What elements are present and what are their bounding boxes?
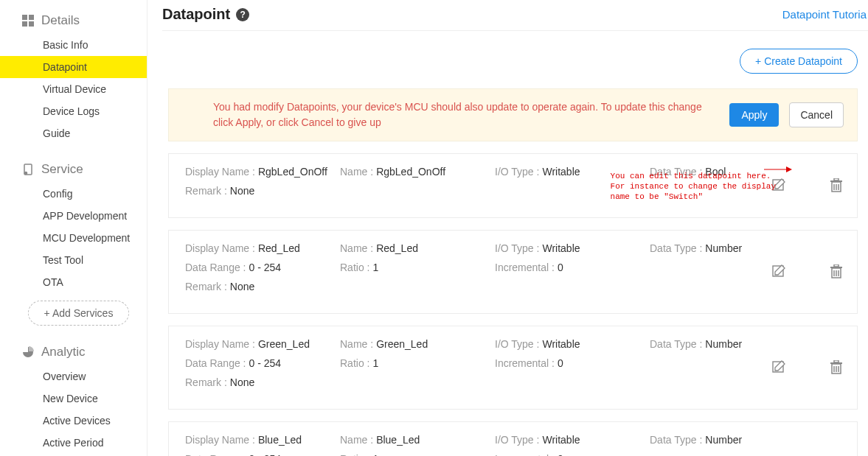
sidebar-item-basic-info[interactable]: Basic Info bbox=[0, 34, 147, 56]
svg-rect-1 bbox=[29, 15, 34, 20]
dp-data-range-label: Data Range : bbox=[185, 262, 246, 273]
dp-ratio-value: 1 bbox=[372, 262, 378, 273]
sidebar-item-app-development[interactable]: APP Development bbox=[0, 205, 147, 227]
service-icon bbox=[22, 164, 34, 175]
sidebar-item-datapoint[interactable]: Datapoint bbox=[0, 56, 147, 78]
sidebar: Details Basic Info Datapoint Virtual Dev… bbox=[0, 0, 147, 456]
dp-data-type: Data Type : Bool bbox=[650, 166, 805, 178]
dp-data-range: Data Range : 0 - 254 bbox=[185, 453, 340, 456]
main-content: Datapoint ? Datapoint Tutoria + Create D… bbox=[147, 0, 868, 456]
analytic-icon bbox=[22, 346, 34, 358]
edit-icon[interactable] bbox=[771, 360, 786, 375]
sidebar-item-virtual-device[interactable]: Virtual Device bbox=[0, 78, 147, 100]
dp-data-range: Data Range : 0 - 254 bbox=[185, 262, 340, 273]
dp-name-label: Name : bbox=[340, 166, 373, 178]
dp-data-type-value: Bool bbox=[705, 166, 726, 178]
help-icon[interactable]: ? bbox=[236, 8, 249, 21]
dp-incremental-label: Incremental : bbox=[495, 357, 555, 369]
dp-name: Name : Red_Led bbox=[340, 242, 495, 254]
svg-point-5 bbox=[24, 172, 28, 175]
dp-data-type-label: Data Type : bbox=[650, 242, 702, 254]
dp-incremental-value: 0 bbox=[558, 357, 563, 369]
modify-alert: You had modify Datapoints, your device's… bbox=[168, 88, 858, 141]
dp-name-label: Name : bbox=[340, 434, 373, 446]
dp-data-type-label: Data Type : bbox=[650, 166, 702, 178]
add-services-button[interactable]: + Add Services bbox=[28, 301, 129, 326]
dp-name: Name : Blue_Led bbox=[340, 434, 495, 446]
page-title-text: Datapoint bbox=[162, 6, 230, 23]
sidebar-item-active-period[interactable]: Active Period bbox=[0, 432, 147, 454]
dp-name-label: Name : bbox=[340, 242, 373, 254]
sidebar-item-new-device[interactable]: New Device bbox=[0, 387, 147, 410]
dp-io-type: I/O Type : Writable bbox=[495, 166, 650, 178]
sidebar-item-active-devices[interactable]: Active Devices bbox=[0, 410, 147, 432]
section-header-service: Service bbox=[0, 156, 147, 183]
dp-data-range-label: Data Range : bbox=[185, 453, 246, 456]
dp-data-range: Data Range : 0 - 254 bbox=[185, 357, 340, 369]
page-title: Datapoint ? bbox=[162, 6, 249, 23]
dp-incremental-value: 0 bbox=[558, 262, 563, 273]
dp-io-type: I/O Type : Writable bbox=[495, 242, 650, 254]
sidebar-item-test-tool[interactable]: Test Tool bbox=[0, 249, 147, 271]
dp-io-type-value: Writable bbox=[542, 242, 580, 254]
dp-data-type-value: Number bbox=[705, 434, 742, 446]
dp-name-value: Blue_Led bbox=[376, 434, 420, 446]
dp-incremental-value: 0 bbox=[558, 453, 563, 456]
dp-display-name-value: RgbLed_OnOff bbox=[258, 166, 327, 178]
dp-remark: Remark : None bbox=[185, 281, 340, 292]
dp-io-type: I/O Type : Writable bbox=[495, 338, 650, 350]
create-datapoint-button[interactable]: + Create Datapoint bbox=[740, 49, 858, 74]
sidebar-item-overview[interactable]: Overview bbox=[0, 365, 147, 387]
dp-name: Name : RgbLed_OnOff bbox=[340, 166, 495, 178]
dp-data-range-value: 0 - 254 bbox=[249, 262, 282, 273]
dp-name-value: RgbLed_OnOff bbox=[376, 166, 445, 178]
dp-data-range-label: Data Range : bbox=[185, 357, 246, 369]
dp-display-name-value: Green_Led bbox=[258, 338, 310, 350]
trash-icon[interactable] bbox=[829, 264, 844, 279]
dp-incremental-label: Incremental : bbox=[495, 453, 555, 456]
dp-display-name-value: Blue_Led bbox=[258, 434, 302, 446]
dp-remark-value: None bbox=[230, 185, 254, 197]
details-items: Basic Info Datapoint Virtual Device Devi… bbox=[0, 34, 147, 144]
dp-name-label: Name : bbox=[340, 338, 373, 350]
dp-data-type-label: Data Type : bbox=[650, 434, 702, 446]
datapoint-actions bbox=[771, 264, 844, 279]
edit-icon[interactable] bbox=[771, 178, 786, 193]
sidebar-item-ota[interactable]: OTA bbox=[0, 271, 147, 293]
edit-icon[interactable] bbox=[771, 264, 786, 279]
svg-rect-3 bbox=[29, 21, 34, 27]
create-row: + Create Datapoint bbox=[162, 31, 868, 88]
dp-remark-value: None bbox=[230, 281, 254, 292]
dp-io-type-value: Writable bbox=[542, 166, 580, 178]
section-header-details: Details bbox=[0, 7, 147, 34]
dp-display-name-label: Display Name : bbox=[185, 166, 255, 178]
details-icon bbox=[22, 15, 34, 27]
dp-data-type-value: Number bbox=[705, 338, 742, 350]
dp-data-type: Data Type : Number bbox=[650, 242, 805, 254]
sidebar-item-mcu-development[interactable]: MCU Development bbox=[0, 227, 147, 249]
sidebar-item-guide[interactable]: Guide bbox=[0, 122, 147, 144]
datapoint-card: Display Name : Blue_LedName : Blue_LedI/… bbox=[168, 421, 858, 456]
section-title-service: Service bbox=[41, 162, 83, 177]
sidebar-item-device-logs[interactable]: Device Logs bbox=[0, 100, 147, 122]
datapoint-card: Display Name : RgbLed_OnOffName : RgbLed… bbox=[168, 153, 858, 218]
tutorial-link[interactable]: Datapoint Tutoria bbox=[782, 8, 867, 21]
dp-display-name: Display Name : Blue_Led bbox=[185, 434, 340, 446]
trash-icon[interactable] bbox=[829, 360, 844, 375]
datapoint-card: Display Name : Green_LedName : Green_Led… bbox=[168, 326, 858, 410]
sidebar-item-config[interactable]: Config bbox=[0, 183, 147, 205]
dp-ratio-label: Ratio : bbox=[340, 357, 369, 369]
trash-icon[interactable] bbox=[829, 178, 844, 193]
dp-ratio: Ratio : 1 bbox=[340, 453, 495, 456]
dp-remark-label: Remark : bbox=[185, 281, 227, 292]
dp-io-type: I/O Type : Writable bbox=[495, 434, 650, 446]
datapoint-list: Display Name : RgbLed_OnOffName : RgbLed… bbox=[168, 153, 858, 456]
dp-data-range-value: 0 - 254 bbox=[249, 453, 282, 456]
cancel-button[interactable]: Cancel bbox=[789, 102, 844, 127]
section-title-details: Details bbox=[41, 13, 80, 28]
svg-rect-28 bbox=[834, 360, 839, 362]
section-title-analytic: Analytic bbox=[41, 345, 86, 359]
dp-display-name-value: Red_Led bbox=[258, 242, 300, 254]
apply-button[interactable]: Apply bbox=[729, 103, 779, 127]
dp-display-name-label: Display Name : bbox=[185, 242, 255, 254]
